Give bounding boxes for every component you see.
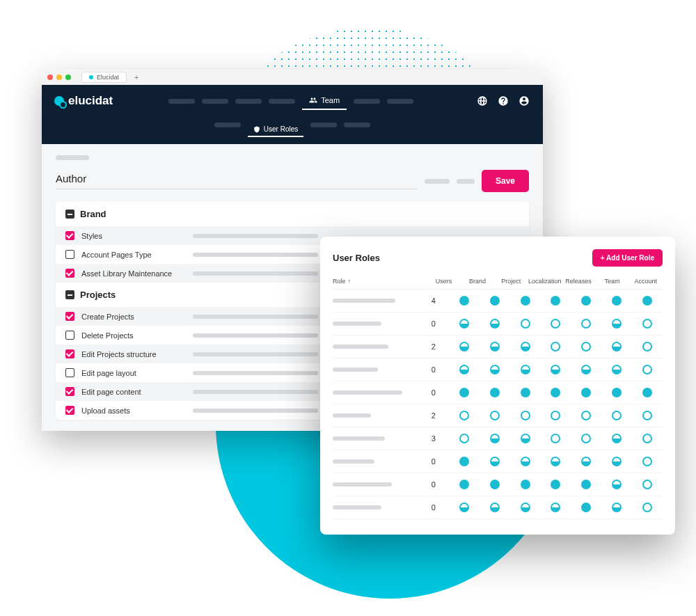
brand-name: elucidat <box>68 94 113 108</box>
column-team[interactable]: Team <box>595 278 628 285</box>
brand-logo[interactable]: elucidat <box>54 94 113 108</box>
permission-status-icon <box>521 319 530 329</box>
users-count: 0 <box>418 457 449 466</box>
role-name <box>333 368 378 372</box>
permission-status-icon <box>490 434 500 443</box>
permission-checkbox[interactable] <box>65 231 74 240</box>
table-row[interactable]: 2 <box>333 404 663 427</box>
permission-checkbox[interactable] <box>65 387 74 396</box>
table-row[interactable]: 4 <box>333 290 663 313</box>
permission-status-icon <box>521 411 530 420</box>
users-count: 2 <box>418 342 449 351</box>
column-users[interactable]: Users <box>427 278 460 285</box>
sort-asc-icon: ↑ <box>348 278 351 285</box>
window-minimize-icon[interactable] <box>56 74 62 80</box>
browser-chrome: Elucidat + <box>42 70 543 85</box>
permission-checkbox[interactable] <box>65 368 74 377</box>
nav-item[interactable] <box>387 99 413 104</box>
column-role[interactable]: Role↑ <box>333 278 427 285</box>
window-zoom-icon[interactable] <box>65 74 71 80</box>
new-tab-button[interactable]: + <box>134 73 139 81</box>
permission-label: Styles <box>81 232 186 240</box>
section-title: Projects <box>80 290 116 300</box>
role-name <box>333 459 374 464</box>
window-close-icon[interactable] <box>47 74 53 80</box>
action-placeholder[interactable] <box>457 179 475 184</box>
help-icon[interactable] <box>497 95 509 107</box>
subnav-item[interactable] <box>214 123 241 127</box>
permission-desc <box>193 409 318 413</box>
role-name <box>333 413 371 418</box>
browser-tab[interactable]: Elucidat <box>81 72 127 83</box>
globe-icon[interactable] <box>476 95 489 107</box>
permission-status-icon <box>551 365 560 374</box>
column-account[interactable]: Account <box>629 278 663 285</box>
account-icon[interactable] <box>518 95 530 107</box>
role-name-input[interactable]: Author <box>56 173 418 189</box>
permission-status-icon <box>612 457 622 466</box>
permission-status-icon <box>642 457 652 466</box>
nav-item[interactable] <box>269 99 295 104</box>
collapse-icon <box>65 290 74 299</box>
permission-status-icon <box>612 480 622 489</box>
add-user-role-button[interactable]: + Add User Role <box>592 249 663 267</box>
permission-status-icon <box>521 342 530 352</box>
table-row[interactable]: 0 <box>333 381 663 404</box>
breadcrumb[interactable] <box>56 155 89 160</box>
permission-checkbox[interactable] <box>65 331 74 340</box>
roles-panel-title: User Roles <box>333 253 380 263</box>
role-name <box>333 482 392 487</box>
permission-status-icon <box>459 365 469 374</box>
nav-item[interactable] <box>168 99 195 104</box>
table-row[interactable]: 0 <box>333 450 663 473</box>
column-brand[interactable]: Brand <box>461 278 494 285</box>
subnav-user-roles[interactable]: User Roles <box>248 123 303 137</box>
permission-status-icon <box>490 342 500 352</box>
permission-status-icon <box>459 319 469 329</box>
users-count: 0 <box>418 365 449 374</box>
table-row[interactable]: 2 <box>333 335 663 358</box>
permission-status-icon <box>612 365 622 374</box>
column-localization[interactable]: Localization <box>528 278 562 285</box>
nav-item[interactable] <box>354 99 380 104</box>
permission-checkbox[interactable] <box>65 269 74 278</box>
permission-desc <box>193 352 318 356</box>
permission-status-icon <box>581 434 591 443</box>
column-project[interactable]: Project <box>494 278 528 285</box>
table-row[interactable]: 0 <box>333 313 663 335</box>
table-row[interactable]: 0 <box>333 358 663 381</box>
subnav-item[interactable] <box>344 123 370 127</box>
permission-status-icon <box>642 296 652 306</box>
permission-status-icon <box>459 434 469 443</box>
permission-desc <box>193 253 318 257</box>
nav-team[interactable]: Team <box>302 92 347 110</box>
permission-status-icon <box>459 480 469 489</box>
role-name <box>333 345 388 349</box>
section-header[interactable]: Brand <box>56 202 529 226</box>
table-row[interactable]: 0 <box>333 473 663 496</box>
action-placeholder[interactable] <box>425 179 450 184</box>
nav-item[interactable] <box>235 99 262 104</box>
table-row[interactable]: 3 <box>333 427 663 450</box>
permission-status-icon <box>459 411 469 420</box>
permission-desc <box>193 315 318 319</box>
save-button[interactable]: Save <box>482 170 529 192</box>
permission-status-icon <box>490 503 500 512</box>
permission-checkbox[interactable] <box>65 250 74 259</box>
nav-item[interactable] <box>202 99 228 104</box>
permission-status-icon <box>490 388 500 397</box>
table-row[interactable]: 0 <box>333 496 663 519</box>
permission-status-icon <box>459 388 469 397</box>
subnav-item[interactable] <box>310 123 337 127</box>
permission-checkbox[interactable] <box>65 406 74 415</box>
permission-status-icon <box>551 342 560 352</box>
tab-title: Elucidat <box>97 74 119 81</box>
nav-team-label: Team <box>321 96 340 104</box>
permission-checkbox[interactable] <box>65 312 74 321</box>
permission-status-icon <box>581 319 591 329</box>
column-releases[interactable]: Releases <box>562 278 595 285</box>
permission-status-icon <box>642 319 652 329</box>
permission-checkbox[interactable] <box>65 349 74 358</box>
permission-status-icon <box>581 296 591 306</box>
permission-label: Edit page content <box>81 388 186 396</box>
